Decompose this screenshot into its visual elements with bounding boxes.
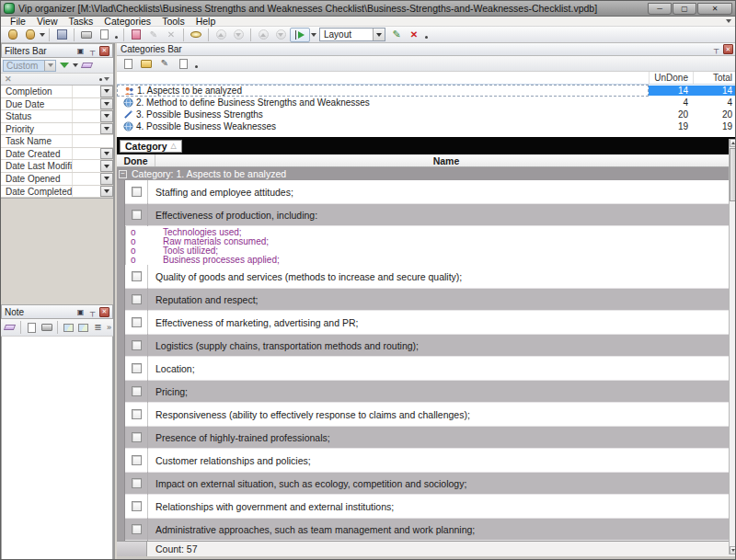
layout-view-button[interactable] [290, 28, 310, 42]
layout-combobox-arrow-icon[interactable] [373, 29, 385, 40]
done-checkbox[interactable] [132, 409, 142, 419]
open-dropdown-icon[interactable] [40, 33, 45, 37]
category-row[interactable]: 3. Possible Business Strengths 20 20 [117, 109, 736, 120]
filter-value[interactable] [73, 135, 113, 147]
remove-filter-icon[interactable]: ✕ [5, 74, 12, 84]
note-more-icon[interactable]: » [107, 324, 111, 332]
filter-dropdown-icon[interactable] [100, 173, 113, 185]
insert-image-icon[interactable] [62, 321, 75, 334]
done-checkbox[interactable] [132, 386, 142, 396]
categories-close-icon[interactable]: ✕ [723, 44, 733, 54]
view-tasks-icon[interactable] [188, 28, 204, 42]
categories-pin-icon[interactable]: ┬ [711, 44, 721, 54]
filter-dropdown-icon[interactable] [100, 160, 113, 172]
done-checkbox[interactable] [132, 271, 142, 281]
note-maximize-icon[interactable]: ▣ [75, 307, 86, 317]
group-row[interactable]: − Category: 1. Aspects to be analyzed [117, 167, 736, 180]
note-close-icon[interactable]: ✕ [99, 307, 109, 317]
task-row[interactable]: Reputation and respect; [117, 288, 736, 311]
add-category-icon[interactable] [120, 56, 136, 71]
filter-value[interactable] [73, 160, 100, 172]
group-by-category-button[interactable]: Category △ [120, 140, 182, 153]
move-up-icon[interactable] [213, 28, 229, 42]
toolbar-overflow-icon[interactable] [115, 36, 118, 39]
done-checkbox[interactable] [132, 340, 142, 350]
done-checkbox[interactable] [132, 455, 142, 465]
filters-options-icon[interactable] [104, 77, 109, 81]
task-row[interactable]: Pricing; [117, 380, 736, 403]
done-checkbox[interactable] [132, 294, 142, 304]
menu-file[interactable]: File [5, 16, 31, 27]
filter-value[interactable] [73, 110, 100, 122]
edit-task-icon[interactable]: ✎ [145, 28, 162, 42]
categories-overflow-icon[interactable] [195, 65, 198, 68]
scroll-down-icon[interactable] [730, 546, 736, 554]
note-print-icon[interactable] [40, 321, 53, 334]
maximize-button[interactable]: ▢ [673, 3, 696, 15]
edit-note-icon[interactable] [3, 321, 17, 334]
print-icon[interactable] [78, 28, 95, 42]
done-checkbox[interactable] [132, 524, 142, 534]
filter-dropdown-icon[interactable] [100, 148, 113, 160]
filter-value[interactable] [73, 98, 100, 110]
filter-preset-combobox[interactable]: Custom [3, 60, 56, 72]
note-pin-icon[interactable]: ┬ [87, 307, 98, 317]
task-row[interactable]: Customer relationships and policies; [117, 449, 736, 472]
apply-filter-icon[interactable] [58, 58, 71, 73]
task-row[interactable]: Responsiveness (ability to effectively r… [117, 403, 736, 426]
menu-view[interactable]: View [31, 16, 63, 27]
delete-category-icon[interactable] [175, 56, 191, 71]
save-icon[interactable] [53, 28, 70, 42]
total-column-header[interactable]: Total [693, 72, 736, 84]
filters-overflow-icon[interactable] [99, 78, 102, 81]
apply-filter-dropdown-icon[interactable] [73, 63, 78, 67]
minimize-button[interactable]: ─ [648, 3, 672, 15]
open-database-icon[interactable] [22, 28, 39, 42]
filter-dropdown-icon[interactable] [100, 123, 113, 135]
edit-category-icon[interactable]: ✎ [156, 56, 173, 71]
filter-value[interactable] [73, 123, 100, 135]
customize-layout-icon[interactable]: ✎ [388, 28, 405, 42]
filter-dropdown-icon[interactable] [100, 186, 113, 198]
filter-value[interactable] [73, 173, 100, 185]
scrollbar-thumb[interactable] [730, 148, 736, 201]
done-checkbox[interactable] [132, 187, 142, 197]
move-down-icon[interactable] [230, 28, 247, 42]
note-preview-icon[interactable] [25, 321, 39, 334]
task-row[interactable]: Administrative approaches, such as team … [117, 518, 736, 541]
filters-close-icon[interactable]: ✕ [99, 46, 109, 56]
menubar-options-icon[interactable] [726, 19, 731, 23]
filter-value[interactable] [73, 86, 100, 97]
filter-preset-arrow-icon[interactable] [44, 61, 55, 71]
task-row[interactable]: Staffing and employee attitudes; [117, 180, 736, 203]
close-button[interactable]: ✕ [697, 3, 732, 15]
layout-view-dropdown-icon[interactable] [311, 33, 316, 37]
add-subcategory-icon[interactable] [138, 56, 155, 71]
collapse-all-icon[interactable] [272, 28, 289, 42]
filter-dropdown-icon[interactable] [100, 110, 113, 122]
done-checkbox[interactable] [132, 210, 142, 220]
done-checkbox[interactable] [132, 478, 142, 488]
collapse-group-icon[interactable]: − [119, 170, 127, 178]
layout-combobox[interactable]: Layout [319, 28, 385, 41]
done-checkbox[interactable] [132, 501, 142, 511]
new-database-icon[interactable] [5, 28, 21, 42]
undone-column-header[interactable]: UnDone [649, 72, 693, 84]
filter-dropdown-icon[interactable] [100, 86, 113, 97]
insert-table-icon[interactable] [76, 321, 90, 334]
task-row[interactable]: Quality of goods and services (methods t… [117, 265, 736, 288]
filter-value[interactable] [73, 186, 100, 198]
category-row[interactable]: 2. Method to define Business Strengths a… [117, 97, 736, 109]
delete-task-icon[interactable]: ✕ [163, 28, 179, 42]
task-row[interactable]: Location; [117, 357, 736, 380]
scroll-up-icon[interactable] [730, 139, 736, 147]
task-row[interactable]: Effectiveness of production, including: [117, 203, 736, 226]
menu-tasks[interactable]: Tasks [63, 16, 99, 27]
task-row[interactable]: Effectiveness of marketing, advertising … [117, 311, 736, 334]
filter-dropdown-icon[interactable] [100, 98, 113, 110]
print-preview-icon[interactable] [96, 28, 112, 42]
filters-maximize-icon[interactable]: ▣ [75, 46, 86, 56]
category-row[interactable]: 1. Aspects to be analyzed 14 14 [117, 85, 736, 97]
filters-pin-icon[interactable]: ┬ [87, 46, 98, 56]
task-row[interactable]: Relationships with government and extern… [117, 495, 736, 518]
